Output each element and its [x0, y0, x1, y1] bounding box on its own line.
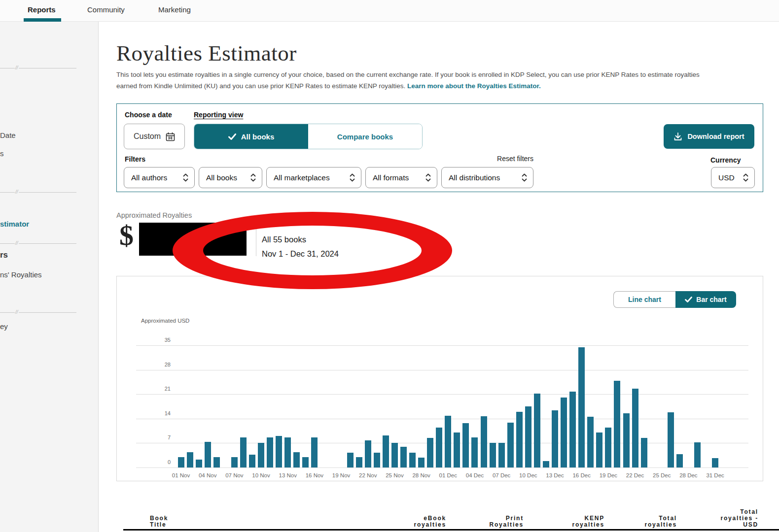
- marketplaces-filter-dropdown[interactable]: All marketplaces: [266, 167, 361, 188]
- chart-gridline: [136, 419, 748, 419]
- chart-bar: [231, 457, 238, 467]
- chart-bar: [498, 443, 505, 467]
- chart-gridline: [136, 370, 748, 370]
- chart-bar: [534, 394, 540, 467]
- all-books-label: All books: [241, 133, 275, 141]
- distributions-filter-value: All distributions: [449, 173, 500, 182]
- chart-bar: [694, 442, 701, 467]
- date-picker-button[interactable]: Custom: [124, 124, 185, 149]
- chart-x-tick-label: 07 Nov: [219, 472, 249, 478]
- currency-symbol: $: [119, 219, 134, 252]
- chart-gridline: [136, 345, 748, 346]
- chart-x-tick-label: 01 Nov: [166, 472, 196, 478]
- sidebar-item-payments[interactable]: s: [0, 149, 4, 158]
- chevron-updown-icon: [183, 173, 188, 182]
- chart-bar: [213, 457, 220, 467]
- chart-x-tick-label: 28 Nov: [407, 472, 436, 478]
- chart-y-tick-label: 7: [146, 434, 171, 440]
- chart-y-tick-label: 0: [146, 459, 171, 465]
- authors-filter-value: All authors: [131, 173, 167, 182]
- chart-bar: [240, 437, 247, 467]
- chart-x-tick-label: 13 Nov: [273, 472, 303, 478]
- tab-reports[interactable]: Reports: [28, 5, 56, 14]
- formats-filter-dropdown[interactable]: All formats: [365, 167, 437, 188]
- filter-panel: Choose a date Custom Reporting view All …: [116, 103, 763, 192]
- active-tab-indicator: [24, 18, 61, 22]
- chart-bar: [374, 453, 380, 467]
- summary-date-range: Nov 1 - Dec 31, 2024: [262, 249, 339, 259]
- chart-x-tick-label: 22 Nov: [353, 472, 383, 478]
- chart-bar: [712, 458, 718, 467]
- compare-books-toggle[interactable]: Compare books: [308, 124, 422, 149]
- chart-bar: [205, 442, 211, 467]
- filters-label: Filters: [125, 155, 145, 163]
- chart-x-tick-label: 01 Dec: [433, 472, 463, 478]
- chart-bar: [187, 452, 193, 467]
- books-filter-value: All books: [206, 173, 237, 182]
- page-title: Royalties Estimator: [116, 40, 297, 66]
- chart-bar: [383, 435, 389, 467]
- chevron-updown-icon: [250, 173, 256, 182]
- reset-filters-link[interactable]: Reset filters: [484, 155, 533, 163]
- formats-filter-value: All formats: [373, 173, 409, 182]
- books-count: All 55 books: [262, 235, 306, 244]
- chart-bar: [347, 453, 354, 467]
- chart-bar: [471, 437, 478, 467]
- books-filter-dropdown[interactable]: All books: [199, 167, 262, 188]
- chart-bar: [276, 436, 282, 467]
- chart-bar: [293, 452, 300, 467]
- distributions-filter-dropdown[interactable]: All distributions: [441, 167, 533, 188]
- tab-marketing[interactable]: Marketing: [158, 5, 191, 14]
- sidebar-divider: //: [0, 190, 76, 195]
- chart-bar: [561, 398, 567, 467]
- chart-bar: [668, 412, 674, 467]
- bar-chart-plot: 071421283501 Nov04 Nov07 Nov10 Nov13 Nov…: [117, 276, 764, 482]
- chart-x-tick-label: 22 Dec: [620, 472, 650, 478]
- sidebar-item-date[interactable]: Date: [0, 131, 16, 139]
- currency-value: USD: [718, 173, 735, 182]
- chart-x-tick-label: 16 Nov: [300, 472, 329, 478]
- sidebar-divider: //: [0, 241, 76, 246]
- authors-filter-dropdown[interactable]: All authors: [124, 167, 195, 188]
- chevron-updown-icon: [522, 173, 527, 182]
- sidebar-item-royalties-estimator[interactable]: stimator: [0, 220, 29, 228]
- chart-x-tick-label: 13 Dec: [540, 472, 570, 478]
- chevron-updown-icon: [350, 173, 355, 182]
- chart-bar: [552, 410, 558, 467]
- chart-bar: [578, 347, 585, 467]
- all-books-toggle[interactable]: All books: [194, 124, 308, 149]
- tab-community[interactable]: Community: [87, 5, 125, 14]
- check-icon: [228, 133, 236, 140]
- sidebar-item-survey[interactable]: ey: [0, 322, 8, 331]
- choose-date-label: Choose a date: [125, 111, 172, 119]
- reporting-view-toggle: All books Compare books: [194, 124, 423, 149]
- chart-x-tick-label: 04 Dec: [460, 472, 490, 478]
- page-description: This tool lets you estimate royalties in…: [116, 69, 765, 92]
- download-report-button[interactable]: Download report: [664, 124, 754, 149]
- chart-bar: [516, 412, 523, 467]
- chart-bar: [400, 447, 407, 467]
- chart-y-tick-label: 14: [146, 410, 171, 416]
- marketplaces-filter-value: All marketplaces: [274, 173, 330, 182]
- chart-bar: [596, 432, 602, 467]
- chart-bar: [587, 417, 594, 467]
- currency-dropdown[interactable]: USD: [711, 167, 755, 188]
- chart-bar: [641, 438, 647, 467]
- sidebar-item-royalties[interactable]: ns' Royalties: [0, 270, 42, 279]
- chart-bar: [525, 406, 531, 467]
- table-header-total-royalties: Totalroyalties: [644, 515, 677, 528]
- kdp-royalties-estimator-page: Reports Community Marketing // Date s //…: [0, 0, 779, 532]
- learn-more-link[interactable]: Learn more about the Royalties Estimator…: [407, 82, 541, 90]
- chart-x-tick-label: 16 Dec: [567, 472, 597, 478]
- sidebar-divider: //: [0, 66, 76, 70]
- sidebar-divider: //: [0, 310, 76, 315]
- top-nav: Reports Community Marketing: [0, 0, 779, 22]
- chart-x-tick-label: 19 Nov: [326, 472, 356, 478]
- chart-bar: [507, 423, 514, 467]
- chart-bar: [605, 428, 611, 467]
- description-line-1: This tool lets you estimate royalties in…: [116, 71, 700, 78]
- chart-x-tick-label: 25 Nov: [380, 472, 409, 478]
- chart-bar: [614, 381, 620, 467]
- chart-bar: [418, 458, 425, 467]
- chart-bar: [676, 454, 683, 467]
